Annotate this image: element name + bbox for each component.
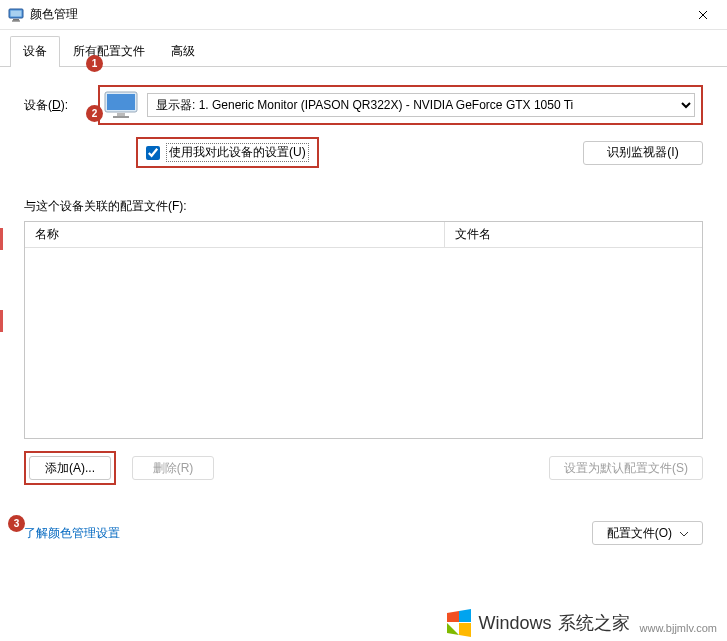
watermark-url: www.bjjmlv.com <box>640 622 717 634</box>
profiles-menu-label: 配置文件(O) <box>607 525 672 542</box>
device-label-accel: D <box>52 98 61 112</box>
device-row: 设备(D): 显示器: 1. Generic Monitor (IPASON Q… <box>24 85 703 125</box>
window-title: 颜色管理 <box>30 6 687 23</box>
annotation-badge-2: 2 <box>86 105 103 122</box>
remove-button-label: 删除(R) <box>153 460 194 477</box>
chevron-down-icon <box>680 526 688 540</box>
svg-rect-5 <box>107 94 135 110</box>
artifact-red-2 <box>0 310 3 332</box>
monitor-icon <box>103 90 139 120</box>
tab-device[interactable]: 设备 <box>10 36 60 66</box>
identify-monitor-label: 识别监视器(I) <box>607 144 678 161</box>
watermark: Windows 系统之家 www.bjjmlv.com <box>445 609 717 637</box>
svg-marker-10 <box>447 611 459 622</box>
set-default-button-label: 设置为默认配置文件(S) <box>564 460 688 477</box>
bottom-link-row: 了解颜色管理设置 配置文件(O) <box>24 521 703 545</box>
profiles-list[interactable]: 名称 文件名 <box>24 221 703 439</box>
learn-more-link[interactable]: 了解颜色管理设置 <box>24 525 120 542</box>
tab-advanced-label: 高级 <box>171 44 195 58</box>
profiles-menu-button[interactable]: 配置文件(O) <box>592 521 703 545</box>
device-select-highlight: 显示器: 1. Generic Monitor (IPASON QR322X) … <box>98 85 703 125</box>
remove-button: 删除(R) <box>132 456 214 480</box>
tab-device-label: 设备 <box>23 44 47 58</box>
set-default-button: 设置为默认配置文件(S) <box>549 456 703 480</box>
svg-rect-6 <box>117 113 125 116</box>
device-select[interactable]: 显示器: 1. Generic Monitor (IPASON QR322X) … <box>147 93 695 117</box>
svg-rect-2 <box>13 19 19 21</box>
use-settings-row: 使用我对此设备的设置(U) 识别监视器(I) <box>24 137 703 168</box>
add-button-highlight: 添加(A)... <box>24 451 116 485</box>
identify-monitor-button[interactable]: 识别监视器(I) <box>583 141 703 165</box>
windows-logo-icon <box>445 609 473 637</box>
profiles-label: 与这个设备关联的配置文件(F): <box>24 198 703 215</box>
watermark-brand2: 系统之家 <box>558 611 630 635</box>
watermark-brand1: Windows <box>479 613 552 634</box>
tab-advanced[interactable]: 高级 <box>158 36 208 66</box>
svg-marker-11 <box>459 609 471 622</box>
bottom-buttons-row: 添加(A)... 删除(R) 设置为默认配置文件(S) <box>24 451 703 485</box>
annotation-badge-1: 1 <box>86 55 103 72</box>
svg-marker-8 <box>447 623 459 635</box>
tabs-bar: 设备 所有配置文件 高级 <box>0 30 727 67</box>
use-settings-checkbox[interactable] <box>146 146 160 160</box>
list-body[interactable] <box>25 248 702 440</box>
app-icon <box>8 7 24 23</box>
add-button[interactable]: 添加(A)... <box>29 456 111 480</box>
add-button-label: 添加(A)... <box>45 460 95 477</box>
svg-rect-1 <box>11 10 22 16</box>
device-label-prefix: 设备( <box>24 98 52 112</box>
list-headers: 名称 文件名 <box>25 222 702 248</box>
column-filename[interactable]: 文件名 <box>445 222 702 247</box>
artifact-red-1 <box>0 228 3 250</box>
column-name[interactable]: 名称 <box>25 222 445 247</box>
device-label-suffix: ): <box>61 98 68 112</box>
titlebar: 颜色管理 <box>0 0 727 30</box>
tab-all-profiles[interactable]: 所有配置文件 <box>60 36 158 66</box>
device-label: 设备(D): <box>24 97 88 114</box>
use-settings-label: 使用我对此设备的设置(U) <box>166 143 309 162</box>
svg-marker-9 <box>459 623 471 637</box>
svg-rect-7 <box>113 116 129 118</box>
tab-all-profiles-label: 所有配置文件 <box>73 44 145 58</box>
use-settings-highlight: 使用我对此设备的设置(U) <box>136 137 319 168</box>
annotation-badge-3: 3 <box>8 515 25 532</box>
svg-rect-3 <box>12 20 20 21</box>
content-area: 1 2 设备(D): 显示器: 1. Generic Monitor (IPAS… <box>0 67 727 563</box>
close-button[interactable] <box>687 0 719 30</box>
